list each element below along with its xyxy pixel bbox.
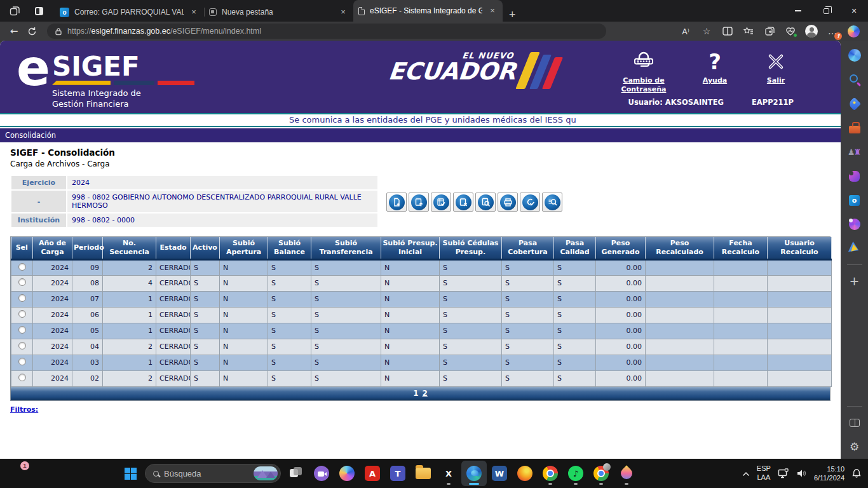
address-bar[interactable]: https://esigef.finanzas.gob.ec/eSIGEF/me… bbox=[47, 24, 606, 39]
start-button[interactable] bbox=[118, 461, 142, 486]
filters-link[interactable]: Filtros: bbox=[10, 405, 38, 414]
esigef-header: e SIGEF Sistema Integrado de Gestión Fin… bbox=[0, 41, 841, 113]
games-icon[interactable]: ♟ bbox=[848, 145, 862, 159]
form-label: Ejercicio bbox=[11, 175, 67, 190]
row-select-radio[interactable] bbox=[18, 374, 26, 381]
row-select-radio[interactable] bbox=[18, 310, 26, 318]
designer-icon[interactable] bbox=[848, 217, 862, 231]
network-icon[interactable] bbox=[778, 468, 789, 478]
spotify-taskbar-button[interactable]: ♪ bbox=[563, 461, 588, 486]
word-taskbar-button[interactable]: W bbox=[487, 461, 512, 486]
tab-correo[interactable]: o Correo: GAD PARROQUIAL VALLE × bbox=[55, 3, 204, 22]
consult-records-button[interactable] bbox=[542, 193, 562, 212]
language-indicator[interactable]: ESP LAA bbox=[757, 464, 771, 482]
cell: S bbox=[554, 275, 596, 291]
chrome-taskbar-button[interactable] bbox=[538, 461, 563, 486]
window-restore-button[interactable] bbox=[812, 0, 840, 22]
settings-menu-icon[interactable]: … ↑ bbox=[824, 24, 841, 39]
notifications-bell-icon[interactable] bbox=[851, 468, 862, 478]
explorer-taskbar-button[interactable] bbox=[410, 461, 436, 486]
meet-icon bbox=[314, 466, 329, 481]
record-actions-toolbar bbox=[386, 193, 562, 212]
page-link-2[interactable]: 2 bbox=[423, 389, 428, 398]
back-icon[interactable]: ← bbox=[5, 24, 23, 39]
workspaces-icon[interactable] bbox=[8, 4, 22, 18]
tab-esigef-active[interactable]: eSIGEF - Sistema Integrado de G × bbox=[353, 0, 503, 22]
browser-essentials-icon[interactable] bbox=[782, 24, 799, 39]
help-button[interactable]: ? Ayuda bbox=[696, 48, 734, 95]
cell bbox=[714, 307, 768, 323]
excel-taskbar-button[interactable]: X bbox=[436, 461, 461, 486]
drop-icon[interactable] bbox=[848, 241, 862, 255]
cell: 2 bbox=[103, 339, 156, 355]
delete-file-button[interactable] bbox=[453, 193, 473, 212]
tray-chevron-icon[interactable] bbox=[742, 471, 750, 477]
validate-file-button[interactable] bbox=[431, 193, 451, 212]
row-select-radio[interactable] bbox=[18, 358, 26, 365]
refresh-icon[interactable] bbox=[23, 24, 41, 39]
search-icon[interactable] bbox=[848, 72, 862, 86]
cell: S bbox=[191, 323, 220, 339]
favorites-icon[interactable] bbox=[740, 24, 757, 39]
print-button[interactable] bbox=[498, 193, 518, 212]
volume-icon[interactable] bbox=[796, 469, 807, 478]
change-password-button[interactable]: Cambio de Contraseña bbox=[614, 48, 673, 95]
shopping-icon[interactable] bbox=[848, 97, 862, 111]
tab-close-icon[interactable]: × bbox=[189, 7, 199, 17]
cell: N bbox=[381, 323, 440, 339]
page-current[interactable]: 1 bbox=[413, 389, 418, 398]
row-select-radio[interactable] bbox=[18, 326, 26, 334]
new-tab-button[interactable]: + bbox=[509, 8, 516, 22]
upload-file-button[interactable] bbox=[409, 193, 429, 212]
m365-icon[interactable] bbox=[848, 169, 862, 183]
paint-taskbar-button[interactable] bbox=[614, 461, 639, 486]
taskbar-search[interactable]: Búsqueda bbox=[145, 464, 281, 483]
outlook-icon[interactable]: o bbox=[848, 193, 862, 207]
add-icon[interactable]: + bbox=[848, 274, 862, 288]
task-view-taskbar-button[interactable] bbox=[283, 461, 309, 486]
chrome-work-taskbar-button[interactable] bbox=[588, 461, 614, 486]
cell: 2024 bbox=[33, 370, 72, 386]
edge-taskbar-button[interactable] bbox=[461, 461, 487, 486]
row-select-radio[interactable] bbox=[18, 342, 26, 349]
tab-close-icon[interactable]: × bbox=[487, 6, 498, 16]
copilot-icon[interactable] bbox=[845, 24, 862, 39]
window-minimize-button[interactable] bbox=[784, 0, 812, 22]
tab-actions-icon[interactable] bbox=[32, 4, 46, 18]
logout-button[interactable]: Salir bbox=[757, 48, 795, 95]
split-screen-icon[interactable] bbox=[719, 24, 736, 39]
tools-icon[interactable] bbox=[848, 121, 862, 135]
weather-widget[interactable]: 1 bbox=[9, 465, 25, 482]
settings-icon[interactable]: ⚙ bbox=[848, 440, 862, 454]
add-favorite-icon[interactable]: ☆ bbox=[698, 24, 715, 39]
collections-icon[interactable] bbox=[761, 24, 778, 39]
acrobat-taskbar-button[interactable]: A bbox=[360, 461, 385, 486]
menu-consolidacion[interactable]: Consolidación bbox=[5, 131, 56, 140]
copilot-taskbar-button[interactable] bbox=[334, 461, 360, 486]
esigef-page: e SIGEF Sistema Integrado de Gestión Fin… bbox=[0, 41, 841, 459]
cell: N bbox=[220, 307, 268, 323]
task-view-icon bbox=[288, 465, 304, 482]
approve-record-button[interactable] bbox=[520, 193, 540, 212]
preview-file-button[interactable] bbox=[475, 193, 496, 212]
tab-close-icon[interactable]: × bbox=[338, 7, 348, 17]
table-row: 2024092CERRADOSNSSNSSS0.00 bbox=[11, 259, 832, 275]
meet-taskbar-button[interactable] bbox=[309, 461, 334, 486]
tab-nueva-pestana[interactable]: Nueva pestaña × bbox=[204, 3, 353, 22]
column-header: Subió Balance bbox=[268, 237, 311, 259]
window-close-button[interactable]: × bbox=[840, 0, 868, 22]
row-select-radio[interactable] bbox=[18, 263, 26, 271]
create-record-button[interactable] bbox=[386, 193, 407, 212]
row-select-radio[interactable] bbox=[18, 278, 26, 286]
page-content: SIGEF - Consolidación Carga de Archivos … bbox=[0, 142, 841, 459]
clock-widget[interactable]: 15:10 6/11/2024 bbox=[814, 464, 844, 483]
copilot-icon[interactable] bbox=[848, 48, 862, 62]
split-icon[interactable] bbox=[848, 416, 862, 430]
teams-taskbar-button[interactable]: T bbox=[385, 461, 410, 486]
carga-table-body: 2024092CERRADOSNSSNSSS0.002024084CERRADO… bbox=[11, 259, 832, 386]
profile-avatar[interactable] bbox=[803, 24, 820, 39]
read-aloud-icon[interactable]: A⁾ bbox=[677, 24, 694, 39]
firefox-taskbar-button[interactable] bbox=[512, 461, 538, 486]
row-select-radio[interactable] bbox=[18, 294, 26, 302]
cell: S bbox=[268, 370, 311, 386]
